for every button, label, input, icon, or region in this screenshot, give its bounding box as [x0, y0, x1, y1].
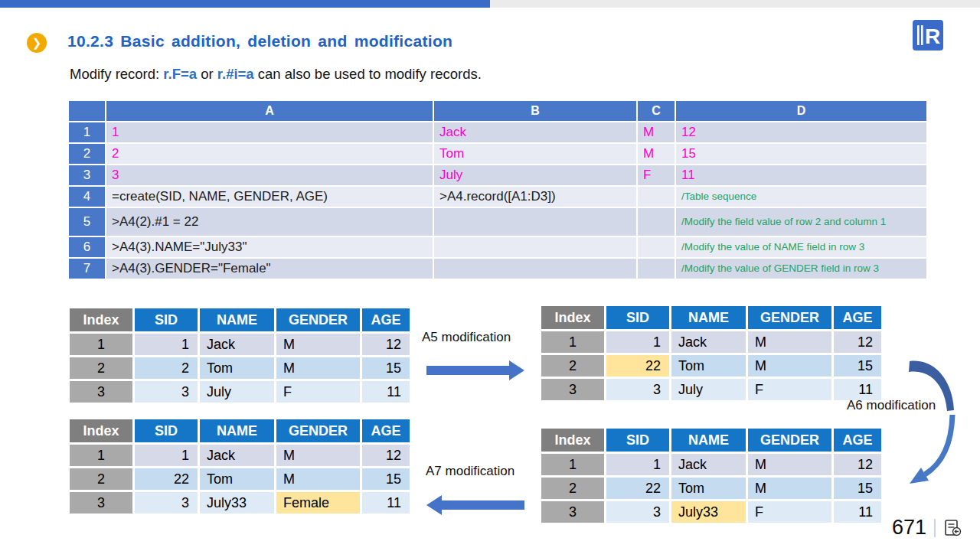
col-header-sid: SID	[606, 428, 671, 453]
table-row: 2 22 Tom M 15	[69, 468, 411, 491]
table-row: 3 3 July33 F 11	[541, 500, 883, 524]
table-header-row: Index SID NAME GENDER AGE	[69, 308, 411, 333]
sheet-col-header-a: A	[106, 100, 433, 122]
sheet-row-4: 4 =create(SID, NAME, GENDER, AGE) >A4.re…	[68, 186, 927, 207]
name-cell-modified: July33	[671, 500, 747, 524]
curved-down-arrow-icon	[903, 354, 965, 490]
page-number: 671	[892, 516, 926, 540]
slide-title: 10.2.3 Basic addition, deletion and modi…	[67, 32, 452, 51]
gender-cell: M	[747, 477, 833, 500]
sid-cell: 3	[134, 380, 199, 404]
a7-modification-label: A7 modification	[426, 464, 514, 479]
col-header-age: AGE	[833, 428, 883, 453]
sheet-cell: 3	[106, 165, 433, 186]
row-number: 2	[68, 143, 106, 165]
row-number: 6	[68, 236, 106, 258]
sid-cell: 3	[606, 500, 671, 524]
age-cell: 11	[361, 491, 411, 515]
right-arrow-icon	[426, 360, 524, 380]
subtitle-text: can also be used to modify records.	[254, 66, 482, 82]
sheet-col-header-b: B	[433, 100, 637, 122]
age-cell: 12	[361, 444, 411, 468]
sid-cell: 3	[134, 491, 199, 515]
chevron-right-circle-icon: ❯	[27, 33, 47, 53]
gender-cell: M	[276, 444, 361, 468]
age-cell: 15	[361, 468, 411, 491]
sheet-row-7: 7 >A4(3).GENDER="Female" /Modify the val…	[68, 258, 927, 279]
sheet-cell-code: >A4.record([A1:D3])	[433, 186, 637, 207]
gender-cell: M	[747, 354, 833, 378]
col-header-index: Index	[541, 305, 606, 331]
name-cell: July33	[199, 491, 276, 515]
name-cell: Jack	[671, 331, 747, 354]
name-cell: Jack	[199, 444, 276, 468]
col-header-name: NAME	[671, 305, 747, 331]
index-cell: 3	[541, 378, 606, 402]
age-cell: 12	[833, 331, 883, 354]
presentation-slide: ❯ 10.2.3 Basic addition, deletion and mo…	[0, 0, 980, 551]
index-cell: 3	[69, 491, 134, 515]
table-row: 2 2 Tom M 15	[69, 357, 411, 380]
row-number: 7	[68, 258, 106, 279]
result-table-a7: Index SID NAME GENDER AGE 1 1 Jack M 12 …	[67, 417, 412, 516]
table-row: 1 1 Jack M 12	[69, 444, 411, 468]
sheet-cell: 1	[106, 122, 433, 143]
a5-modification-label: A5 modification	[422, 330, 511, 345]
gender-cell: F	[747, 378, 833, 402]
col-header-index: Index	[541, 428, 606, 453]
footer-divider	[934, 519, 936, 537]
age-cell: 11	[361, 380, 411, 404]
table-row: 3 3 July F 11	[69, 380, 411, 404]
spreadsheet-table: A B C D 1 1 Jack M 12 2 2 Tom M 15 3 3 J…	[67, 99, 928, 280]
row-number: 1	[68, 122, 106, 143]
name-cell: Jack	[199, 333, 276, 357]
col-header-name: NAME	[671, 428, 747, 453]
gender-cell: M	[747, 331, 833, 354]
sid-cell: 1	[606, 331, 671, 354]
age-cell: 15	[833, 477, 883, 500]
sid-cell-modified: 22	[606, 354, 671, 378]
sheet-cell	[433, 236, 637, 258]
sheet-row-3: 3 3 July F 11	[68, 165, 927, 186]
name-cell: July	[199, 380, 276, 404]
index-cell: 1	[69, 333, 134, 357]
name-cell: Tom	[199, 357, 276, 380]
gender-cell: F	[276, 380, 361, 404]
col-header-age: AGE	[361, 308, 411, 333]
sheet-cell	[637, 207, 675, 236]
age-cell: 11	[833, 500, 883, 524]
sid-cell: 3	[606, 378, 671, 402]
gender-cell: M	[747, 453, 833, 477]
code-snippet-ri: r.#i=a	[217, 66, 254, 82]
top-accent-bar-blue	[0, 0, 490, 8]
sheet-cell: 11	[675, 165, 927, 186]
sheet-row-1: 1 1 Jack M 12	[68, 122, 927, 143]
row-number: 4	[68, 186, 106, 207]
col-header-gender: GENDER	[747, 305, 833, 331]
slide-subtitle: Modify record: r.F=a or r.#i=a can also …	[70, 66, 482, 83]
sheet-cell	[433, 258, 637, 279]
name-cell: Tom	[671, 477, 747, 500]
sheet-cell-comment: /Table sequence	[675, 186, 927, 207]
sid-cell: 1	[134, 333, 199, 357]
gender-cell: M	[276, 468, 361, 491]
col-header-sid: SID	[134, 419, 199, 444]
result-table-a6: Index SID NAME GENDER AGE 1 1 Jack M 12 …	[539, 426, 884, 525]
result-table-a5: Index SID NAME GENDER AGE 1 1 Jack M 12 …	[539, 304, 884, 403]
table-row: 1 1 Jack M 12	[69, 333, 411, 357]
row-number: 3	[68, 165, 106, 186]
table-row: 2 22 Tom M 15	[541, 354, 883, 378]
index-cell: 2	[69, 468, 134, 491]
sheet-cell-code: >A4(3).GENDER="Female"	[106, 258, 433, 279]
index-cell: 3	[69, 380, 134, 404]
col-header-index: Index	[69, 308, 134, 333]
sheet-cell: Tom	[433, 143, 637, 165]
sheet-cell: 2	[106, 143, 433, 165]
col-header-gender: GENDER	[747, 428, 833, 453]
index-cell: 1	[541, 453, 606, 477]
sheet-cell: Jack	[433, 122, 637, 143]
table-row: 1 1 Jack M 12	[541, 331, 883, 354]
sheet-cell-code: >A4(3).NAME="July33"	[106, 236, 433, 258]
age-cell: 12	[833, 453, 883, 477]
table-row: 1 1 Jack M 12	[541, 453, 883, 477]
